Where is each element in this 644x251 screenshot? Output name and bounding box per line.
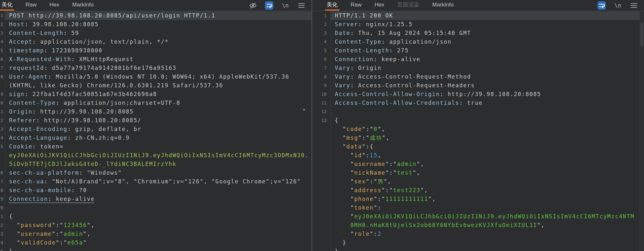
code-segment: : (32, 143, 40, 150)
code-segment: : (48, 196, 56, 202)
code-segment: Content-Length (9, 30, 64, 36)
code-segment: " (335, 126, 346, 132)
code-segment: " (335, 169, 354, 176)
menu-icon[interactable] (630, 1, 638, 10)
code-line-content: Content-Length: 275 (331, 46, 644, 55)
code-segment: ", (83, 231, 91, 237)
code-segment: : (32, 38, 40, 45)
code-segment: } (335, 239, 346, 246)
eye-off-icon[interactable] (249, 1, 257, 10)
line-number-gutter (312, 212, 331, 221)
tab-hex[interactable]: Hex (373, 0, 386, 11)
code-segment: Date (335, 30, 350, 36)
code-segment: ":" (385, 161, 397, 167)
tab-hex[interactable]: Hex (48, 0, 61, 11)
code-segment: code (346, 126, 362, 132)
code-line-content: Cookie: token= (5, 142, 311, 151)
response-panel: 美化RawHex页面渲染MarkInfo\n 1HTTP/1.1 200 OK2… (312, 0, 644, 251)
code-segment: Access-Control-Request-Method (358, 73, 471, 80)
code-line: 16sec-ch-ua-platform: "Windows" (0, 169, 311, 177)
code-segment: ": (370, 231, 377, 237)
tab-beautify[interactable]: 美化 (0, 0, 14, 11)
code-segment: Thu, 15 Aug 2024 05:15:40 GMT (358, 30, 471, 36)
line-number: 2 (324, 20, 327, 29)
code-line-content: "data":{ (331, 142, 644, 151)
line-number: 24 (0, 238, 3, 247)
tab-markinfo[interactable]: MarkInfo (431, 0, 455, 11)
code-segment: (KHTML, like Gecko) Chrome/126.0.6301.21… (9, 82, 223, 89)
newline-icon[interactable]: \n (281, 1, 289, 10)
code-segment: POST http://39.98.108.20:8085/api/user/l… (9, 12, 215, 19)
code-line: 24 "validCode":"e65a" (0, 238, 311, 247)
code-segment: Host (9, 21, 25, 27)
scrollbar-thumb[interactable] (640, 23, 643, 46)
code-segment: ":" (358, 135, 370, 141)
code-line: "eyJ0eXAiOiJKV1QiLCJhbGciOiJIUzI1NiJ9.ey… (312, 212, 644, 221)
code-segment: application/json (389, 38, 452, 45)
code-line: 25} (0, 247, 311, 251)
code-segment: : (44, 47, 52, 54)
line-number-gutter: 1 (312, 11, 331, 20)
line-number-gutter: 6 (0, 55, 5, 64)
code-line-content: "role":2 (331, 230, 644, 238)
code-segment (335, 222, 350, 228)
line-number: 15 (0, 142, 3, 151)
tab-beautify[interactable]: 美化 (325, 0, 339, 11)
response-toolbar-icons: \n (597, 0, 644, 11)
code-segment: eyJ0eXAiOiJKV1QiLCJhbGciOiJIUzI1NiJ9.eyJ… (354, 213, 635, 220)
line-number: 17 (0, 177, 3, 186)
code-segment: X-Requested-With (9, 56, 71, 62)
code-segment: 0MH0.nHaK8tUjelSx2ob68Y6NYbEvbwezKVJXfuO… (350, 222, 537, 228)
code-line: "nickName":"test", (312, 169, 644, 177)
request-editor[interactable]: 1POST http://39.98.108.20:8085/api/user/… (0, 11, 311, 251)
code-segment: : (25, 91, 32, 97)
code-segment: " (335, 161, 354, 167)
code-segment: ", (420, 187, 428, 193)
response-scrollbar[interactable] (639, 11, 644, 251)
tab-markinfo[interactable]: MarkInfo (71, 0, 95, 11)
line-number-gutter (312, 134, 331, 142)
tab-raw[interactable]: Raw (24, 0, 38, 11)
code-segment: data (346, 143, 362, 150)
code-line: 1POST http://39.98.108.20:8085/api/user/… (0, 11, 311, 20)
code-line: 17sec-ch-ua: "Not/A)Brand";v="8", "Chrom… (0, 177, 311, 186)
line-number-gutter: 18 (0, 186, 5, 195)
code-segment: : (389, 47, 397, 54)
code-segment: : (79, 169, 87, 176)
line-number-gutter (312, 125, 331, 134)
response-editor[interactable]: 1HTTP/1.1 200 OK2Server: nginx/1.25.53Da… (312, 11, 644, 251)
code-segment: XMLHttpRequest (79, 56, 134, 62)
code-segment: 275 (397, 47, 409, 54)
code-line-content: Vary: Origin (331, 64, 644, 72)
line-number-gutter: 8 (312, 72, 331, 81)
code-line: 9sign: 22fba1f4d3fac50851a67e3b462696a8 (0, 90, 311, 99)
code-segment: Origin (9, 108, 32, 115)
menu-icon[interactable] (297, 1, 306, 10)
code-line-content: "code":"0", (331, 125, 644, 134)
code-line: 1HTTP/1.1 200 OK (312, 11, 644, 20)
newline-icon[interactable]: \n (614, 1, 622, 10)
line-number-gutter (312, 195, 331, 203)
tab-raw[interactable]: Raw (349, 0, 363, 11)
code-segment: Mozilla/5.0 (Windows NT 10.0; WOW64; x64… (56, 73, 289, 80)
word-wrap-icon[interactable] (265, 1, 273, 10)
code-line: "address":"test223", (312, 186, 644, 195)
word-wrap-icon[interactable] (597, 1, 606, 10)
line-number-gutter: 7 (0, 64, 5, 72)
code-segment: ":" (52, 222, 63, 228)
line-number: 14 (0, 134, 3, 142)
code-segment: sec-ch-ua-platform (9, 169, 79, 176)
request-toolbar-icons: \n (249, 0, 311, 11)
code-line: 13Accept-Encoding: gzip, deflate, br (0, 125, 311, 134)
code-line: 11Access-Control-Allow-Credentials: true (312, 99, 644, 107)
line-number-gutter: 12 (0, 116, 5, 125)
code-segment: Accept (9, 38, 32, 45)
code-segment: true (467, 100, 483, 106)
code-line-content: "eyJ0eXAiOiJKV1QiLCJhbGciOiJIUzI1NiJ9.ey… (331, 212, 644, 221)
line-number: 21 (0, 212, 3, 221)
code-segment: : (36, 117, 44, 124)
line-number-gutter: 20 (0, 203, 5, 212)
code-line-content: Connection: keep-alive (5, 195, 311, 203)
code-line: 0MH0.nHaK8tUjelSx2ob68Y6NYbEvbwezKVJXfuO… (312, 221, 644, 230)
code-segment: : (459, 100, 467, 106)
